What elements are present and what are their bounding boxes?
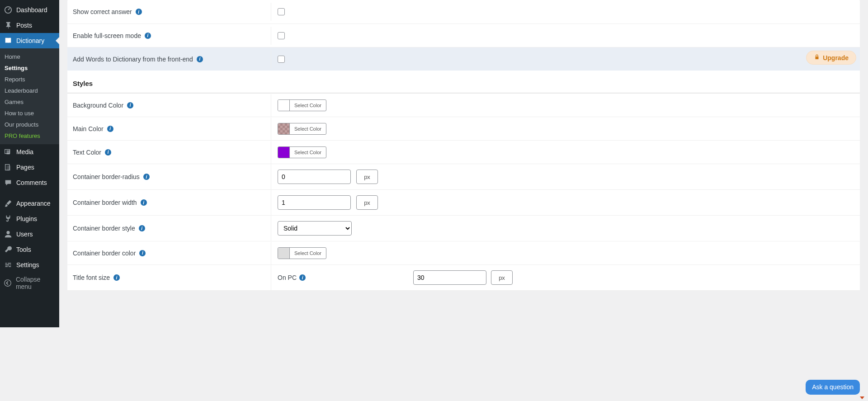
color-swatch	[278, 123, 290, 134]
input-title-font-size-pc[interactable]	[413, 270, 486, 285]
sidebar-item-pages[interactable]: Pages	[0, 160, 59, 175]
sidebar-label: Pages	[16, 164, 34, 171]
sidebar-sub-ourproducts[interactable]: Our products	[0, 119, 59, 130]
color-picker-label: Select Color	[290, 150, 326, 155]
label-main-color: Main Color	[73, 125, 104, 132]
label-show-correct-answer: Show correct answer	[73, 8, 132, 15]
sidebar-submenu-dictionary: Home Settings Reports Leaderboard Games …	[0, 48, 59, 144]
pages-icon	[4, 163, 13, 172]
info-icon[interactable]: i	[141, 199, 147, 206]
svg-point-4	[6, 231, 9, 234]
label-title-font-size: Title font size	[73, 274, 110, 281]
sidebar-item-settings[interactable]: Settings	[0, 257, 59, 273]
sidebar-label: Posts	[16, 22, 32, 29]
color-picker-background[interactable]: Select Color	[278, 99, 326, 111]
row-title-font-size: Title font size i On PC i px	[67, 264, 860, 291]
info-icon[interactable]: i	[139, 250, 146, 256]
sidebar-sub-leaderboard[interactable]: Leaderboard	[0, 85, 59, 96]
dashboard-icon	[4, 5, 13, 14]
label-border-width: Container border width	[73, 199, 137, 206]
checkbox-show-correct-answer[interactable]	[278, 8, 285, 15]
info-icon[interactable]: i	[113, 274, 120, 281]
book-icon	[4, 36, 13, 45]
sidebar-item-users[interactable]: Users	[0, 226, 59, 242]
label-text-color: Text Color	[73, 149, 101, 156]
sidebar-sub-games[interactable]: Games	[0, 96, 59, 108]
sidebar-label: Collapse menu	[16, 276, 56, 290]
info-icon[interactable]: i	[139, 225, 145, 231]
info-icon[interactable]: i	[143, 174, 150, 180]
color-swatch	[278, 248, 290, 259]
collapse-icon	[4, 278, 12, 288]
sidebar-item-appearance[interactable]: Appearance	[0, 196, 59, 211]
info-icon[interactable]: i	[299, 274, 306, 281]
color-picker-label: Select Color	[290, 103, 326, 108]
color-picker-text[interactable]: Select Color	[278, 146, 326, 158]
lock-icon	[814, 54, 820, 61]
select-border-style[interactable]: Solid	[278, 221, 352, 236]
sidebar-label: Comments	[16, 179, 47, 186]
sidebar-item-media[interactable]: Media	[0, 144, 59, 160]
label-add-words-front: Add Words to Dictionary from the front-e…	[73, 56, 193, 63]
label-enable-fullscreen: Enable full-screen mode	[73, 32, 141, 39]
label-border-radius: Container border-radius	[73, 173, 140, 180]
row-border-color: Container border color i Select Color	[67, 241, 860, 264]
label-border-style: Container border style	[73, 225, 135, 232]
sidebar-item-plugins[interactable]: Plugins	[0, 211, 59, 226]
info-icon[interactable]: i	[105, 149, 111, 156]
media-icon	[4, 147, 13, 156]
upgrade-label: Upgrade	[823, 54, 849, 61]
sidebar-item-collapse[interactable]: Collapse menu	[0, 273, 59, 293]
sidebar-label: Appearance	[16, 200, 51, 207]
sidebar-sub-profeatures[interactable]: PRO features	[0, 130, 59, 142]
sidebar-label: Tools	[16, 246, 31, 253]
sidebar-label: Media	[16, 148, 33, 156]
sidebar-item-dashboard[interactable]: Dashboard	[0, 2, 59, 18]
upgrade-button[interactable]: Upgrade	[806, 51, 856, 65]
sliders-icon	[4, 260, 13, 269]
svg-point-5	[5, 280, 11, 286]
user-icon	[4, 230, 13, 239]
info-icon[interactable]: i	[197, 56, 203, 62]
sidebar-item-tools[interactable]: Tools	[0, 242, 59, 257]
row-main-color: Main Color i Select Color	[67, 117, 860, 140]
color-swatch	[278, 147, 290, 158]
sidebar-label: Dictionary	[16, 37, 44, 44]
sidebar-label: Users	[16, 231, 33, 238]
input-border-width[interactable]	[278, 195, 351, 210]
label-background-color: Background Color	[73, 102, 123, 109]
unit-px: px	[356, 195, 378, 210]
row-show-correct-answer: Show correct answer i	[67, 0, 860, 24]
admin-sidebar: Dashboard Posts Dictionary Home Settings…	[0, 0, 59, 327]
info-icon[interactable]: i	[127, 102, 133, 109]
sidebar-label: Plugins	[16, 215, 37, 222]
info-icon[interactable]: i	[145, 33, 151, 39]
color-picker-border[interactable]: Select Color	[278, 247, 326, 259]
unit-px: px	[356, 170, 378, 184]
row-border-width: Container border width i px	[67, 189, 860, 215]
label-on-pc: On PC	[278, 274, 297, 281]
row-background-color: Background Color i Select Color	[67, 93, 860, 117]
sidebar-sub-home[interactable]: Home	[0, 51, 59, 62]
sidebar-sub-howtouse[interactable]: How to use	[0, 108, 59, 119]
input-border-radius[interactable]	[278, 170, 351, 184]
sidebar-item-dictionary[interactable]: Dictionary	[0, 33, 59, 48]
brush-icon	[4, 199, 13, 208]
color-picker-main[interactable]: Select Color	[278, 123, 326, 135]
styles-heading: Styles	[67, 71, 860, 91]
main-content: Show correct answer i Enable full-screen…	[59, 0, 868, 327]
pin-icon	[4, 21, 13, 30]
plug-icon	[4, 214, 13, 223]
sidebar-item-posts[interactable]: Posts	[0, 18, 59, 33]
color-swatch	[278, 100, 290, 111]
svg-rect-3	[6, 165, 10, 170]
checkbox-add-words-front[interactable]	[278, 56, 285, 63]
label-border-color: Container border color	[73, 250, 136, 257]
row-border-style: Container border style i Solid	[67, 215, 860, 241]
info-icon[interactable]: i	[107, 126, 113, 132]
sidebar-sub-settings[interactable]: Settings	[0, 62, 59, 74]
checkbox-enable-fullscreen[interactable]	[278, 32, 285, 39]
sidebar-sub-reports[interactable]: Reports	[0, 74, 59, 85]
sidebar-item-comments[interactable]: Comments	[0, 175, 59, 190]
info-icon[interactable]: i	[136, 9, 142, 15]
